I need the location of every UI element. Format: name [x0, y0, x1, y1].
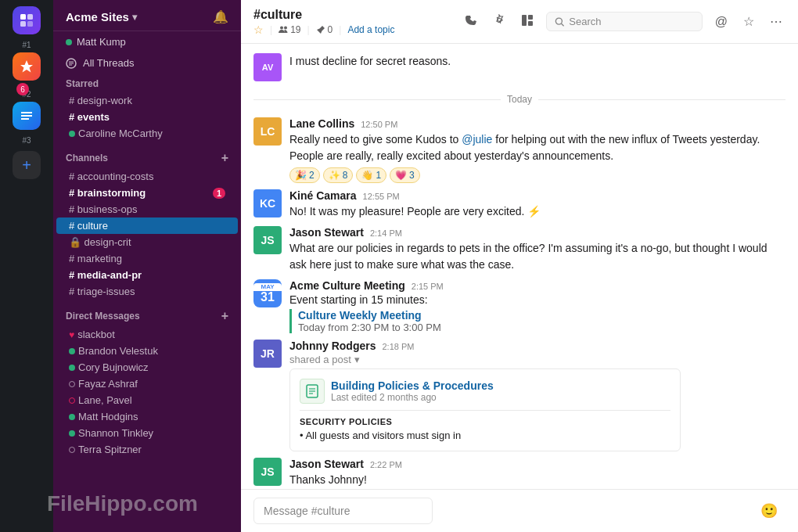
sidebar-item-fayaz[interactable]: Fayaz Ashraf: [56, 376, 238, 392]
brandon-status-dot: [69, 348, 75, 354]
cal-day: 31: [261, 291, 275, 304]
message-input-area: 🙂: [241, 489, 798, 532]
star-icon[interactable]: ☆: [253, 23, 264, 36]
post-document-icon: [300, 379, 325, 404]
sidebar-item-culture[interactable]: # culture: [56, 217, 238, 234]
prev-avatar: AV: [253, 53, 282, 81]
johnny-content: Johnny Rodgers 2:18 PM shared a post ▾ B…: [289, 340, 785, 451]
business-ops-label: # business-ops: [69, 203, 137, 215]
message-kine: KC Kiné Camara 12:55 PM No! It was my pl…: [241, 186, 798, 223]
layout-icon[interactable]: [518, 11, 537, 33]
message-jason-2: JS Jason Stewart 2:22 PM Thanks Johnny!: [241, 455, 798, 489]
kine-avatar: KC: [253, 189, 282, 217]
app-icon-1[interactable]: [13, 6, 41, 34]
emoji-button[interactable]: 🙂: [760, 502, 778, 519]
app-icon-2-badge: 6: [16, 83, 29, 95]
sidebar-item-events[interactable]: # events: [56, 109, 238, 125]
event-border: Culture Weekly Meeting Today from 2:30 P…: [289, 309, 785, 333]
lane-pavel-label: Lane, Pavel: [78, 394, 132, 406]
sidebar-item-design-crit[interactable]: 🔒 design-crit: [56, 234, 238, 250]
sidebar: Acme Sites ▾ 🔔 Matt Kump All Threads Sta…: [53, 0, 241, 532]
caroline-label: Caroline McCarthy: [78, 128, 163, 139]
add-topic-link[interactable]: Add a topic: [347, 24, 394, 35]
jason-avatar-2: JS: [253, 458, 282, 486]
calendar-avatar: MAY 31: [253, 279, 282, 307]
sidebar-item-marketing[interactable]: # marketing: [56, 250, 238, 267]
workspace-name-text: Acme Sites: [66, 10, 129, 23]
svg-rect-7: [522, 15, 527, 26]
chat-header-right: @ ☆ ⋯: [462, 11, 785, 33]
add-workspace-button[interactable]: +: [13, 151, 41, 179]
prev-message: AV I must decline for secret reasons.: [241, 50, 798, 84]
svg-rect-9: [528, 21, 533, 26]
star-channel-icon[interactable]: ☆: [740, 11, 757, 32]
sidebar-item-terra[interactable]: Terra Spitzner: [56, 441, 238, 458]
culture-weekly-meeting-link[interactable]: Culture Weekly Meeting: [298, 309, 422, 322]
calendar-event-content: Acme Culture Meeting 2:15 PM Event start…: [289, 279, 785, 333]
search-input[interactable]: [569, 16, 693, 27]
event-time-range: Today from 2:30 PM to 3:00 PM: [298, 322, 785, 333]
pins-count[interactable]: 0: [316, 24, 333, 35]
cory-label: Cory Bujnowicz: [78, 361, 149, 373]
at-mention-icon[interactable]: @: [712, 12, 731, 32]
reaction-sparkle[interactable]: ✨8: [323, 167, 354, 183]
sidebar-item-caroline[interactable]: Caroline McCarthy: [56, 125, 238, 142]
sidebar-item-design-work[interactable]: # design-work: [56, 92, 238, 109]
julie-mention[interactable]: @julie: [462, 133, 492, 146]
add-dm-icon[interactable]: +: [221, 309, 228, 323]
sidebar-item-lane-pavel[interactable]: Lane, Pavel: [56, 392, 238, 408]
sidebar-item-slackbot[interactable]: ♥ slackbot: [56, 326, 238, 343]
svg-rect-1: [27, 14, 33, 20]
all-threads-label: All Threads: [83, 57, 135, 69]
svg-point-10: [555, 18, 562, 24]
matt-hodgins-label: Matt Hodgins: [78, 411, 138, 422]
channel-title: #culture: [253, 8, 302, 22]
reaction-wave[interactable]: 👋1: [356, 167, 386, 183]
sidebar-item-triage-issues[interactable]: # triage-issues: [56, 283, 238, 300]
svg-point-5: [280, 26, 283, 29]
sidebar-item-brainstorming[interactable]: # brainstorming 1: [56, 185, 238, 201]
post-divider: [300, 410, 670, 411]
user-name: Matt Kump: [77, 36, 126, 48]
accounting-costs-label: # accounting-costs: [69, 171, 153, 182]
lane-reactions: 🎉2 ✨8 👋1 💗3: [289, 167, 785, 183]
message-input[interactable]: [253, 498, 433, 524]
lane-author: Lane Collins: [289, 117, 354, 130]
all-threads-item[interactable]: All Threads: [53, 54, 241, 72]
jason-1-text: What are our policies in regards to pets…: [289, 240, 785, 273]
search-bar[interactable]: [546, 12, 703, 31]
sidebar-item-brandon[interactable]: Brandon Velestuk: [56, 343, 238, 359]
design-work-label: # design-work: [69, 95, 132, 106]
reaction-party[interactable]: 🎉2: [289, 167, 320, 183]
sidebar-item-media-and-pr[interactable]: # media-and-pr: [56, 267, 238, 283]
more-options-icon[interactable]: ⋯: [767, 11, 785, 32]
app-icon-3[interactable]: [13, 102, 41, 130]
sidebar-item-business-ops[interactable]: # business-ops: [56, 201, 238, 217]
sidebar-item-accounting-costs[interactable]: # accounting-costs: [56, 168, 238, 185]
brandon-label: Brandon Velestuk: [78, 345, 158, 357]
post-subtitle: Last edited 2 months ago: [331, 392, 494, 403]
jason-1-author: Jason Stewart: [289, 226, 364, 239]
sidebar-item-cory[interactable]: Cory Bujnowicz: [56, 359, 238, 376]
dm-section: Direct Messages + ♥ slackbot Brandon Vel…: [53, 303, 241, 461]
sidebar-item-matt-hodgins[interactable]: Matt Hodgins: [56, 408, 238, 425]
user-status-dot: [66, 39, 72, 45]
cory-status-dot: [69, 365, 75, 371]
svg-rect-3: [27, 21, 33, 27]
notifications-bell-icon[interactable]: 🔔: [213, 9, 228, 24]
phone-icon[interactable]: [462, 11, 480, 33]
app-icons-sidebar: #1 6 #2 #3 +: [0, 0, 53, 532]
app-icon-2[interactable]: [13, 52, 41, 81]
add-channel-icon[interactable]: +: [221, 151, 228, 165]
sidebar-item-shannon[interactable]: Shannon Tinkley: [56, 425, 238, 441]
workspace-name[interactable]: Acme Sites ▾: [66, 10, 137, 23]
shared-post-card[interactable]: Building Policies & Procedures Last edit…: [289, 368, 681, 451]
app-icon-3-label: #3: [22, 136, 31, 145]
jason-1-content: Jason Stewart 2:14 PM What are our polic…: [289, 226, 785, 273]
message-jason-1: JS Jason Stewart 2:14 PM What are our po…: [241, 223, 798, 276]
matt-hodgins-status-dot: [69, 414, 75, 420]
reaction-heart[interactable]: 💗3: [390, 167, 420, 183]
settings-gear-icon[interactable]: [490, 11, 509, 33]
members-count[interactable]: 19: [279, 24, 300, 35]
johnny-author: Johnny Rodgers: [289, 340, 376, 352]
